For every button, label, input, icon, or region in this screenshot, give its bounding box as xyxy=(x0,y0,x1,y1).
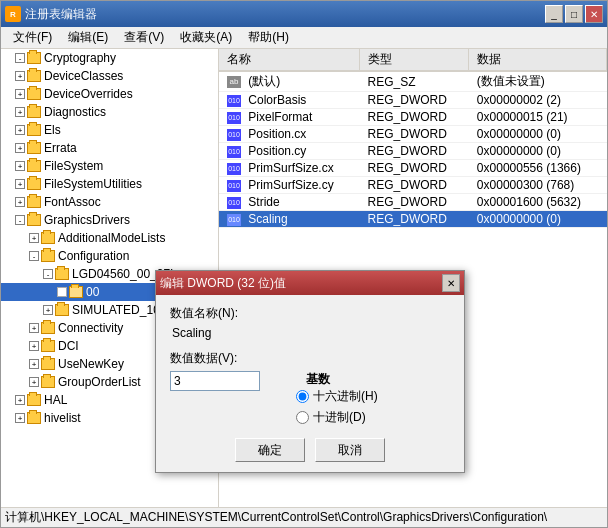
menu-bar: 文件(F) 编辑(E) 查看(V) 收藏夹(A) 帮助(H) xyxy=(1,27,607,49)
expand-filesystem[interactable]: + xyxy=(15,161,25,171)
close-button[interactable]: ✕ xyxy=(585,5,603,23)
reg-icon: 010 xyxy=(227,214,241,226)
row-data: 0x00000002 (2) xyxy=(469,92,607,109)
expand-simulated[interactable]: + xyxy=(43,305,53,315)
menu-file[interactable]: 文件(F) xyxy=(5,27,60,48)
radio-dec[interactable] xyxy=(296,411,309,424)
row-name: 010 Stride xyxy=(219,194,360,211)
row-data: 0x00000000 (0) xyxy=(469,143,607,160)
row-type: REG_DWORD xyxy=(360,126,469,143)
tree-item-errata[interactable]: + Errata xyxy=(1,139,218,157)
expand-hal[interactable]: + xyxy=(15,395,25,405)
table-row[interactable]: 010 PrimSurfSize.cy REG_DWORD 0x00000300… xyxy=(219,177,607,194)
table-row[interactable]: 010 PrimSurfSize.cx REG_DWORD 0x00000556… xyxy=(219,160,607,177)
expand-diagnostics[interactable]: + xyxy=(15,107,25,117)
app-icon: R xyxy=(5,6,21,22)
table-row[interactable]: ab (默认) REG_SZ (数值未设置) xyxy=(219,71,607,92)
table-row[interactable]: 010 Position.cy REG_DWORD 0x00000000 (0) xyxy=(219,143,607,160)
tree-item-diagnostics[interactable]: + Diagnostics xyxy=(1,103,218,121)
row-name: 010 Scaling xyxy=(219,211,360,228)
reg-icon: 010 xyxy=(227,146,241,158)
expand-connectivity[interactable]: + xyxy=(29,323,39,333)
folder-icon xyxy=(41,232,55,244)
window-title: 注册表编辑器 xyxy=(25,6,545,23)
folder-icon xyxy=(55,268,69,280)
table-row[interactable]: 010 ColorBasis REG_DWORD 0x00000002 (2) xyxy=(219,92,607,109)
expand-errata[interactable]: + xyxy=(15,143,25,153)
row-name: 010 Position.cy xyxy=(219,143,360,160)
expand-hivelist[interactable]: + xyxy=(15,413,25,423)
row-data: 0x00000300 (768) xyxy=(469,177,607,194)
expand-deviceclasses[interactable]: + xyxy=(15,71,25,81)
minimize-button[interactable]: _ xyxy=(545,5,563,23)
reg-icon: 010 xyxy=(227,112,241,124)
table-row-scaling[interactable]: 010 Scaling REG_DWORD 0x00000000 (0) xyxy=(219,211,607,228)
menu-help[interactable]: 帮助(H) xyxy=(240,27,297,48)
tree-item-deviceclasses[interactable]: + DeviceClasses xyxy=(1,67,218,85)
folder-icon xyxy=(55,304,69,316)
radio-hex-label: 十六进制(H) xyxy=(296,388,378,405)
default-reg-icon: ab xyxy=(227,76,241,88)
value-data-input[interactable] xyxy=(170,371,260,391)
row-data: 0x00001600 (5632) xyxy=(469,194,607,211)
table-row[interactable]: 010 Position.cx REG_DWORD 0x00000000 (0) xyxy=(219,126,607,143)
expand-grouporderlist[interactable]: + xyxy=(29,377,39,387)
tree-item-graphicsdrivers[interactable]: - GraphicsDrivers xyxy=(1,211,218,229)
expand-deviceoverrides[interactable]: + xyxy=(15,89,25,99)
radio-hex[interactable] xyxy=(296,390,309,403)
tree-item-filesystemutilities[interactable]: + FileSystemUtilities xyxy=(1,175,218,193)
expand-cryptography[interactable]: - xyxy=(15,53,25,63)
row-type: REG_DWORD xyxy=(360,211,469,228)
tree-item-deviceoverrides[interactable]: + DeviceOverrides xyxy=(1,85,218,103)
menu-favorites[interactable]: 收藏夹(A) xyxy=(172,27,240,48)
tree-item-additionalmodelistsl[interactable]: + AdditionalModeLists xyxy=(1,229,218,247)
row-data: 0x00000015 (21) xyxy=(469,109,607,126)
expand-graphicsdrivers[interactable]: - xyxy=(15,215,25,225)
expand-filesystemutilities[interactable]: + xyxy=(15,179,25,189)
row-data: 0x00000556 (1366) xyxy=(469,160,607,177)
folder-icon xyxy=(27,142,41,154)
col-name: 名称 xyxy=(219,49,360,71)
tree-item-filesystem[interactable]: + FileSystem xyxy=(1,157,218,175)
expand-fontassoc[interactable]: + xyxy=(15,197,25,207)
row-type: REG_DWORD xyxy=(360,109,469,126)
row-name: ab (默认) xyxy=(219,71,360,92)
expand-els[interactable]: + xyxy=(15,125,25,135)
radio-group: 十六进制(H) 十进制(D) xyxy=(296,388,378,426)
folder-icon xyxy=(27,214,41,226)
row-type: REG_DWORD xyxy=(360,143,469,160)
status-text: 计算机\HKEY_LOCAL_MACHINE\SYSTEM\CurrentCon… xyxy=(5,509,547,526)
folder-icon xyxy=(41,322,55,334)
expand-dci[interactable]: + xyxy=(29,341,39,351)
col-type: 类型 xyxy=(360,49,469,71)
expand-additionalmodelistsl[interactable]: + xyxy=(29,233,39,243)
maximize-button[interactable]: □ xyxy=(565,5,583,23)
reg-icon: 010 xyxy=(227,163,241,175)
row-type: REG_DWORD xyxy=(360,160,469,177)
table-row[interactable]: 010 Stride REG_DWORD 0x00001600 (5632) xyxy=(219,194,607,211)
title-bar: R 注册表编辑器 _ □ ✕ xyxy=(1,1,607,27)
row-type: REG_DWORD xyxy=(360,177,469,194)
menu-edit[interactable]: 编辑(E) xyxy=(60,27,116,48)
tree-item-els[interactable]: + Els xyxy=(1,121,218,139)
ok-button[interactable]: 确定 xyxy=(235,438,305,462)
expand-00[interactable]: + xyxy=(57,287,67,297)
expand-lgd[interactable]: - xyxy=(43,269,53,279)
reg-icon: 010 xyxy=(227,197,241,209)
row-type: REG_SZ xyxy=(360,71,469,92)
folder-icon xyxy=(27,106,41,118)
tree-item-fontassoc[interactable]: + FontAssoc xyxy=(1,193,218,211)
table-row[interactable]: 010 PixelFormat REG_DWORD 0x00000015 (21… xyxy=(219,109,607,126)
menu-view[interactable]: 查看(V) xyxy=(116,27,172,48)
tree-item-cryptography[interactable]: - Cryptography xyxy=(1,49,218,67)
row-data: (数值未设置) xyxy=(469,71,607,92)
dialog-body: 数值名称(N): Scaling 数值数据(V): 基数 十六进制(H) xyxy=(156,295,464,472)
row-type: REG_DWORD xyxy=(360,194,469,211)
cancel-button[interactable]: 取消 xyxy=(315,438,385,462)
tree-item-configuration[interactable]: - Configuration xyxy=(1,247,218,265)
expand-configuration[interactable]: - xyxy=(29,251,39,261)
folder-icon xyxy=(27,52,41,64)
folder-icon xyxy=(41,340,55,352)
dialog-close-button[interactable]: ✕ xyxy=(442,274,460,292)
expand-usenewkey[interactable]: + xyxy=(29,359,39,369)
